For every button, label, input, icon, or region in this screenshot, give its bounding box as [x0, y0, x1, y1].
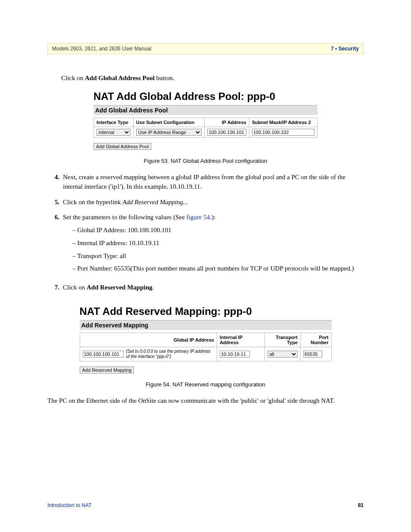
- sub-transport: – Transport Type: all: [72, 252, 364, 261]
- col-subnet-mask: Subnet Mask/IP Address 2: [249, 118, 317, 127]
- step-5: 5. Click on the hyperlink Add Reserved M…: [47, 198, 364, 207]
- port-number-input[interactable]: [303, 351, 322, 358]
- page-footer: Introduction to NAT 81: [47, 502, 364, 508]
- subnet-config-select[interactable]: Use IP Address Range: [136, 129, 202, 136]
- page-number: 81: [358, 502, 364, 508]
- col-global-ip: Global IP Address: [80, 333, 217, 347]
- step-4: 4. Next, create a reserved mapping betwe…: [47, 173, 364, 192]
- subnet-mask-input[interactable]: [252, 129, 314, 136]
- step-5-number: 5.: [47, 198, 63, 207]
- step-6-sublist: – Global IP Address: 100.100.100.101 – I…: [72, 226, 364, 274]
- step-6: 6. Set the parameters to the following v…: [47, 213, 364, 277]
- nat-reserved-mapping-title: NAT Add Reserved Mapping: ppp-0: [80, 305, 332, 317]
- sub-port-text: Port Number: 65535(This port number mean…: [77, 265, 354, 272]
- col-transport-type: Transport Type: [265, 333, 300, 347]
- step-5-prefix: Click on the hyperlink: [63, 199, 122, 205]
- page-container: Models 2603, 2621, and 2635 User Manual …: [0, 0, 411, 532]
- closing-paragraph: The PC on the Ethernet side of the OnSit…: [47, 396, 364, 406]
- sub-global-ip-text: Global IP Address: 100.100.100.101: [77, 227, 171, 233]
- step-7-number: 7.: [47, 283, 63, 292]
- transport-type-select[interactable]: all: [268, 351, 298, 358]
- intro-button-name: Add Global Address Pool: [85, 75, 155, 81]
- intro-prefix: Click on: [61, 75, 85, 81]
- figure-53-caption: Figure 53. NAT Global Address Pool confi…: [47, 158, 364, 164]
- ip-address-input[interactable]: [207, 129, 246, 136]
- interface-type-select[interactable]: internal: [97, 129, 131, 136]
- nat-global-pool-section: Add Global Address Pool: [93, 105, 318, 115]
- intro-paragraph: Click on Add Global Address Pool button.: [61, 74, 364, 83]
- chapter-label: 7 • Security: [331, 46, 359, 52]
- intro-suffix: button.: [155, 75, 174, 81]
- add-reserved-mapping-button[interactable]: Add Reserved Mapping: [80, 367, 134, 373]
- nat-reserved-mapping-panel: NAT Add Reserved Mapping: ppp-0 Add Rese…: [80, 305, 332, 373]
- global-pool-table: Interface Type Use Subnet Configuration …: [93, 118, 318, 138]
- global-ip-cell: (Set to 0.0.0.0 to use the primary IP ad…: [83, 349, 214, 359]
- nat-global-pool-title: NAT Add Global Address Pool: ppp-0: [93, 90, 318, 103]
- sub-global-ip: – Global IP Address: 100.100.100.101: [72, 226, 364, 235]
- page-header-bar: Models 2603, 2621, and 2635 User Manual …: [47, 43, 364, 54]
- step-5-text: Click on the hyperlink Add Reserved Mapp…: [63, 198, 364, 207]
- internal-ip-input[interactable]: [220, 351, 250, 358]
- step-6-suffix: .):: [210, 214, 215, 221]
- add-global-address-pool-button[interactable]: Add Global Address Pool: [93, 143, 151, 150]
- step-6-number: 6.: [47, 213, 63, 277]
- col-ip-address: IP Address: [205, 118, 249, 127]
- col-interface-type: Interface Type: [94, 118, 134, 127]
- nat-global-pool-panel: NAT Add Global Address Pool: ppp-0 Add G…: [93, 90, 318, 150]
- figure-54: NAT Add Reserved Mapping: ppp-0 Add Rese…: [47, 305, 364, 388]
- step-6-prefix: Set the parameters to the following valu…: [63, 214, 187, 221]
- step-7-prefix: Click on: [63, 284, 87, 291]
- nat-reserved-mapping-section: Add Reserved Mapping: [80, 320, 332, 330]
- step-5-link: Add Reserved Mapping...: [122, 199, 188, 205]
- footer-section-link[interactable]: Introduction to NAT: [47, 502, 92, 508]
- step-7: 7. Click on Add Reserved Mapping.: [47, 283, 364, 292]
- sub-internal-ip: – Internal IP address: 10.10.19.11: [72, 239, 364, 248]
- col-port-number: Port Number: [300, 333, 331, 347]
- figure-54-link[interactable]: figure 54: [187, 214, 210, 221]
- reserved-mapping-table: Global IP Address Internal IP Address Tr…: [80, 333, 332, 361]
- global-ip-input[interactable]: [83, 351, 124, 358]
- manual-title: Models 2603, 2621, and 2635 User Manual: [52, 46, 151, 52]
- step-7-suffix: .: [153, 284, 154, 291]
- step-7-bold: Add Reserved Mapping: [87, 284, 153, 291]
- col-internal-ip: Internal IP Address: [217, 333, 265, 347]
- step-6-body: Set the parameters to the following valu…: [63, 213, 364, 277]
- col-use-subnet: Use Subnet Configuration: [133, 118, 204, 127]
- figure-53: NAT Add Global Address Pool: ppp-0 Add G…: [47, 90, 364, 164]
- step-4-text: Next, create a reserved mapping between …: [63, 173, 364, 192]
- sub-internal-ip-text: Internal IP address: 10.10.19.11: [77, 240, 159, 246]
- sub-transport-text: Transport Type: all: [77, 252, 126, 259]
- step-7-text: Click on Add Reserved Mapping.: [63, 283, 364, 292]
- figure-54-caption: Figure 54. NAT Reserved mapping configur…: [47, 381, 364, 388]
- sub-port: – Port Number: 65535(This port number me…: [72, 264, 364, 274]
- global-ip-note: (Set to 0.0.0.0 to use the primary IP ad…: [126, 349, 214, 359]
- step-4-number: 4.: [47, 173, 63, 192]
